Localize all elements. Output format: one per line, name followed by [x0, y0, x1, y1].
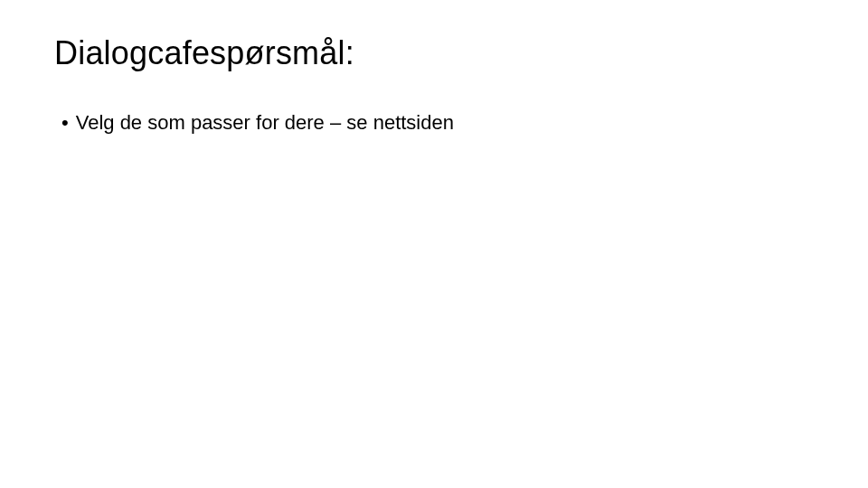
bullet-item: • Velg de som passer for dere – se netts…	[61, 110, 814, 136]
slide-content: • Velg de som passer for dere – se netts…	[54, 110, 814, 136]
bullet-marker-icon: •	[61, 110, 69, 136]
slide-title: Dialogcafespørsmål:	[54, 34, 814, 72]
slide: Dialogcafespørsmål: • Velg de som passer…	[0, 0, 868, 488]
bullet-text: Velg de som passer for dere – se nettsid…	[76, 110, 454, 136]
